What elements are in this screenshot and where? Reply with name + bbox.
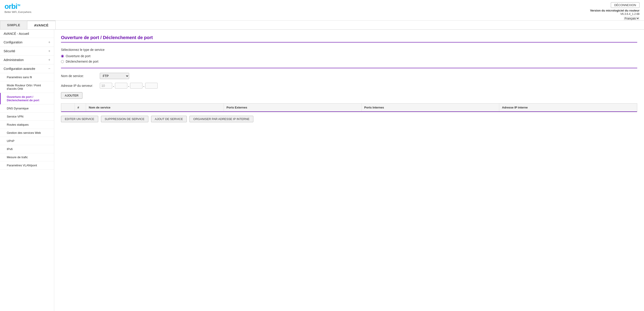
ajout-service-button[interactable]: AJOUT DE SERVICE: [151, 116, 187, 122]
expand-icon-administration: +: [48, 58, 50, 62]
sidebar-label-service-vpn: Service VPN: [7, 115, 24, 118]
expand-icon-securite: +: [48, 49, 50, 53]
radio-ouverture-label: Ouverture de port: [66, 54, 90, 58]
col-ports-internes: Ports Internes: [362, 104, 499, 111]
header-right: DÉCONNEXION Version du micrologiciel du …: [590, 2, 640, 20]
sidebar-item-mesure-trafic[interactable]: Mesure de trafic: [0, 153, 54, 161]
ip-dot-2: .: [128, 84, 129, 88]
expand-icon-configuration-avancee: −: [48, 67, 50, 71]
sidebar-item-configuration[interactable]: Configuration +: [0, 38, 54, 47]
sidebar-label-dns-dynamique: DNS Dynamique: [7, 107, 29, 110]
organiser-ip-button[interactable]: ORGANISER PAR ADRESSE IP INTERNE: [190, 116, 253, 122]
sidebar-label-routes-statiques: Routes statiques: [7, 123, 29, 126]
suppression-service-button[interactable]: SUPPRESSION DE SERVICE: [101, 116, 148, 122]
sidebar-item-upnp[interactable]: UPnP: [0, 137, 54, 145]
sidebar-item-parametres-sans-fil[interactable]: Paramètres sans fil: [0, 73, 54, 81]
sidebar-label-parametres-sans-fil: Paramètres sans fil: [7, 76, 32, 79]
ajouter-button[interactable]: AJOUTER: [61, 92, 82, 99]
ip-octet-2[interactable]: [115, 83, 127, 89]
ip-address-row: Adresse IP du serveur: . . .: [61, 83, 637, 89]
sidebar-label-administration: Administration: [4, 58, 24, 62]
sidebar-item-avance-accueil[interactable]: AVANCÉ - Accueil: [0, 30, 54, 38]
ip-octet-4[interactable]: [145, 83, 158, 89]
sidebar-label-upnp: UPnP: [7, 139, 14, 143]
logo-text: orbi: [4, 2, 17, 11]
ip-octet-3[interactable]: [130, 83, 142, 89]
radio-ouverture-port[interactable]: Ouverture de port: [61, 54, 637, 58]
sidebar-label-mesure-trafic: Mesure de trafic: [7, 156, 28, 159]
bottom-buttons: EDITER UN SERVICE SUPPRESSION DE SERVICE…: [61, 116, 637, 122]
radio-declenchement-input[interactable]: [61, 60, 64, 63]
col-adresse-ip-interne: Adresse IP interne: [499, 104, 637, 111]
ajouter-row: AJOUTER: [61, 92, 637, 99]
tab-avance[interactable]: AVANCÉ: [27, 21, 56, 29]
sidebar-label-ouverture-port: Ouverture de port / Déclenchement de por…: [7, 95, 50, 102]
header: orbiTM Better WiFi, Everywhere. DÉCONNEX…: [0, 0, 644, 21]
radio-ouverture-input[interactable]: [61, 55, 64, 58]
sidebar-label-avance-accueil: AVANCÉ - Accueil: [4, 32, 29, 36]
firmware-info: Version du micrologiciel du routeur V6.3…: [590, 9, 640, 16]
expand-icon-configuration: +: [48, 40, 50, 44]
ip-fields: . . .: [100, 83, 158, 89]
main-layout: AVANCÉ - Accueil Configuration + Sécurit…: [0, 30, 644, 311]
logo-tagline: Better WiFi, Everywhere.: [4, 11, 32, 13]
sidebar-label-configuration-avancee: Configuration avancée: [4, 67, 35, 71]
service-type-label: Sélectionnez le type de service: [61, 48, 637, 52]
sidebar-label-parametres-vlan: Paramètres VLAN/pont: [7, 164, 37, 167]
table-header: # Nom de service Ports Externes Ports In…: [61, 104, 637, 112]
logo-area: orbiTM Better WiFi, Everywhere.: [4, 2, 32, 13]
sidebar: AVANCÉ - Accueil Configuration + Sécurit…: [0, 30, 54, 311]
sidebar-label-mode-routeur: Mode Routeur Orbi / Point d'accès Orbi: [7, 84, 50, 90]
language-select[interactable]: Français English: [590, 17, 640, 20]
sidebar-item-ipv6[interactable]: IPv6: [0, 145, 54, 153]
sidebar-item-administration[interactable]: Administration +: [0, 56, 54, 64]
ip-dot-1: .: [113, 84, 114, 88]
sidebar-item-mode-routeur[interactable]: Mode Routeur Orbi / Point d'accès Orbi: [0, 81, 54, 93]
content-area: Ouverture de port / Déclenchement de por…: [54, 30, 644, 311]
sidebar-item-routes-statiques[interactable]: Routes statiques: [0, 121, 54, 129]
ip-dot-3: .: [144, 84, 144, 88]
radio-group: Ouverture de port Déclenchement de port: [61, 54, 637, 63]
col-ports-externes: Ports Externes: [224, 104, 362, 111]
port-table: # Nom de service Ports Externes Ports In…: [61, 103, 637, 112]
sidebar-item-ouverture-port[interactable]: Ouverture de port / Déclenchement de por…: [0, 93, 54, 104]
page-title: Ouverture de port / Déclenchement de por…: [61, 35, 637, 43]
service-name-select[interactable]: FTP HTTP HTTPS SMTP POP3: [100, 73, 129, 79]
sidebar-item-gestion-services-web[interactable]: Gestion des services Web: [0, 129, 54, 137]
service-name-label: Nom de service:: [61, 74, 97, 78]
ip-address-label: Adresse IP du serveur:: [61, 84, 97, 88]
sidebar-item-configuration-avancee[interactable]: Configuration avancée −: [0, 64, 54, 73]
logo-tm: TM: [17, 4, 20, 7]
sidebar-item-securite[interactable]: Sécurité +: [0, 47, 54, 56]
tab-simple[interactable]: SIMPLE: [0, 21, 27, 29]
language-dropdown[interactable]: Français English: [624, 17, 640, 20]
sidebar-label-ipv6: IPv6: [7, 147, 13, 151]
sidebar-item-service-vpn[interactable]: Service VPN: [0, 113, 54, 121]
sidebar-label-securite: Sécurité: [4, 49, 15, 53]
firmware-label: Version du micrologiciel du routeur: [590, 9, 640, 12]
service-name-row: Nom de service: FTP HTTP HTTPS SMTP POP3: [61, 73, 637, 79]
logo: orbiTM: [4, 2, 32, 11]
radio-declenchement-label: Déclenchement de port: [66, 60, 98, 63]
section-divider: [61, 68, 637, 68]
editer-service-button[interactable]: EDITER UN SERVICE: [61, 116, 98, 122]
sidebar-item-parametres-vlan[interactable]: Paramètres VLAN/pont: [0, 161, 54, 170]
sidebar-label-gestion-services-web: Gestion des services Web: [7, 131, 41, 134]
sidebar-label-configuration: Configuration: [4, 41, 22, 44]
col-number: #: [75, 104, 86, 111]
col-checkbox: [61, 104, 75, 111]
tab-bar: SIMPLE AVANCÉ: [0, 21, 644, 30]
radio-declenchement-port[interactable]: Déclenchement de port: [61, 60, 637, 63]
deconnexion-button[interactable]: DÉCONNEXION: [611, 2, 640, 8]
sidebar-item-dns-dynamique[interactable]: DNS Dynamique: [0, 104, 54, 113]
col-service-name: Nom de service: [86, 104, 224, 111]
firmware-version: V6.3.6.4_1.2.68: [620, 13, 640, 16]
ip-octet-1[interactable]: [100, 83, 112, 89]
